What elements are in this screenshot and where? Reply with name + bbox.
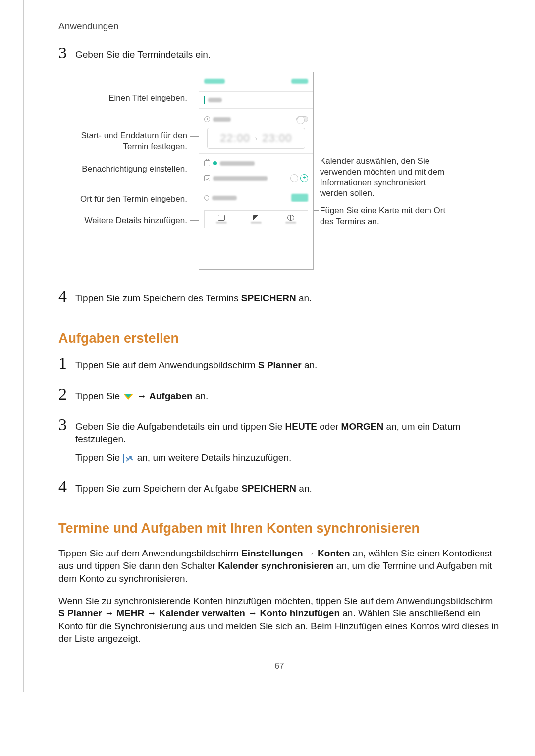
- reminder-label-blur: [213, 176, 268, 181]
- title-placeholder-blur: [208, 98, 222, 102]
- expand-details-icon: [123, 454, 133, 463]
- location-row[interactable]: [204, 192, 308, 203]
- save-button-blur[interactable]: [291, 79, 308, 84]
- step-3-enter-details: 3 Geben Sie die Termindetails ein.: [58, 47, 500, 67]
- sync-paragraph-1: Tippen Sie auf dem Anwendungsbildschirm …: [58, 547, 500, 585]
- termindetails-figure: Einen Titel eingeben. Start- und Enddatu…: [58, 72, 475, 275]
- calendar-name-blur: [220, 161, 255, 166]
- step-number: 2: [58, 386, 75, 403]
- step-number: 3: [58, 416, 75, 433]
- all-day-toggle[interactable]: [296, 116, 308, 122]
- globe-icon: [287, 215, 294, 221]
- step-text: Tippen Sie auf dem Anwendungsbildschirm …: [75, 359, 500, 372]
- end-time: 23:00: [257, 131, 297, 146]
- step-text: Tippen Sie zum Speichern der Aufgabe SPE…: [75, 482, 500, 495]
- calendar-icon: [204, 160, 210, 166]
- s2-step-2: 2 Tippen Sie → Aufgaben an.: [58, 388, 500, 408]
- tool-timezone[interactable]: [273, 211, 308, 228]
- reminder-plus-button[interactable]: +: [300, 174, 308, 182]
- all-day-label-blur: [213, 117, 231, 122]
- start-time: 22:00: [215, 131, 255, 146]
- text-cursor: [204, 96, 205, 104]
- step-number: 3: [58, 45, 75, 61]
- calendar-color-dot: [213, 161, 217, 165]
- location-placeholder-blur: [212, 196, 237, 200]
- callout-dates: Start- und Enddatum für den Termin festl…: [58, 130, 187, 151]
- step-text: Tippen Sie zum Speichern des Termins SPE…: [75, 292, 500, 304]
- step-number: 4: [58, 478, 75, 495]
- callout-notify: Benachrichtigung einstellen.: [58, 164, 187, 174]
- reminder-minus-button[interactable]: –: [290, 174, 298, 182]
- phone-mock: 22:00 › 23:00 – +: [199, 72, 314, 270]
- tool-note[interactable]: [239, 211, 274, 228]
- breadcrumb: Anwendungen: [58, 20, 500, 37]
- step-text-line2: Tippen Sie an, um weitere Details hinzuz…: [75, 452, 500, 464]
- tool-repeat[interactable]: [205, 211, 239, 228]
- details-toolbar: [204, 210, 308, 228]
- callout-map: Fügen Sie eine Karte mit dem Ort des Ter…: [320, 205, 449, 227]
- callout-more: Weitere Details hinzufügen.: [58, 215, 187, 226]
- title-input-row[interactable]: [204, 95, 308, 105]
- calendar-picker-row[interactable]: [204, 158, 308, 169]
- location-pin-icon: [203, 194, 210, 201]
- step-number: 4: [58, 288, 75, 304]
- step-text-line1: Geben Sie die Aufgabendetails ein und ti…: [75, 420, 500, 446]
- heading-sync: Termine und Aufgaben mit Ihren Konten sy…: [58, 519, 500, 537]
- map-button[interactable]: [291, 194, 308, 202]
- s2-step-3: 3 Geben Sie die Aufgabendetails ein und …: [58, 418, 500, 470]
- step-text: Tippen Sie → Aufgaben an.: [75, 390, 500, 403]
- page-number: 67: [58, 661, 500, 672]
- time-range[interactable]: 22:00 › 23:00: [207, 128, 305, 149]
- s2-step-1: 1 Tippen Sie auf dem Anwendungsbildschir…: [58, 357, 500, 378]
- callout-calendar: Kalender auswählen, den Sie verwenden mö…: [320, 156, 449, 198]
- step-4-save: 4 Tippen Sie zum Speichern des Termins S…: [58, 290, 500, 310]
- s2-step-4: 4 Tippen Sie zum Speichern der Aufgabe S…: [58, 480, 500, 501]
- cancel-button-blur[interactable]: [204, 79, 225, 84]
- clock-icon: [204, 116, 210, 122]
- step-number: 1: [58, 355, 75, 372]
- repeat-icon: [218, 215, 225, 221]
- pencil-icon: [253, 215, 259, 221]
- reminder-row[interactable]: – +: [204, 173, 308, 184]
- all-day-row: [204, 114, 308, 125]
- callout-title: Einen Titel eingeben.: [58, 93, 187, 103]
- step-text: Geben Sie die Termindetails ein.: [75, 49, 500, 61]
- reminder-icon: [204, 175, 210, 181]
- sync-paragraph-2: Wenn Sie zu synchronisierende Konten hin…: [58, 595, 500, 646]
- callout-place: Ort für den Termin eingeben.: [58, 194, 187, 204]
- heading-aufgaben-erstellen: Aufgaben erstellen: [58, 329, 500, 347]
- dropdown-triangle-icon: [123, 394, 133, 400]
